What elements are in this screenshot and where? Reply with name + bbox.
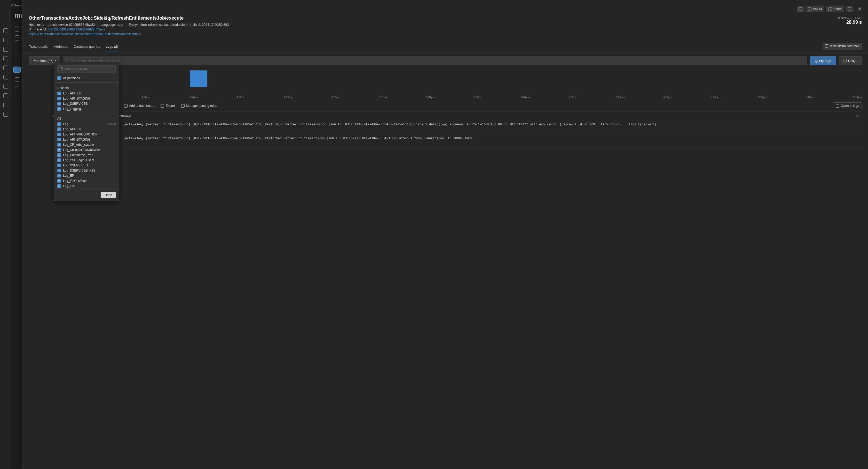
- partition-item[interactable]: Log_CollectorTestOddWire: [57, 147, 116, 153]
- all-partitions-row[interactable]: All partitions: [57, 76, 116, 81]
- checkbox-icon[interactable]: [57, 148, 61, 152]
- log-row[interactable]: nat-paul[ActiveJob] [RefreshEntitlements…: [55, 120, 862, 134]
- chart-tick: 4:59pm: [284, 96, 292, 99]
- checkbox-icon[interactable]: [57, 122, 61, 126]
- manage-parsing-button[interactable]: Manage parsing rules: [181, 104, 217, 108]
- partition-item[interactable]: Log_AIR_EU: [57, 127, 116, 132]
- remove-column-icon[interactable]: ✕: [856, 113, 859, 118]
- partition-item[interactable]: Log_DSERVICES: [57, 101, 116, 106]
- dropdown-done-button[interactable]: Done: [101, 192, 116, 198]
- nav-icon[interactable]: [3, 103, 8, 107]
- log-query-input[interactable]: [71, 59, 804, 63]
- close-icon[interactable]: ✕: [857, 6, 862, 12]
- checkbox-icon[interactable]: [57, 164, 61, 167]
- nav-icon[interactable]: [3, 56, 8, 61]
- nav-icon[interactable]: [3, 112, 8, 116]
- nav-icon[interactable]: [3, 66, 8, 70]
- column-header-message[interactable]: message ✕: [115, 111, 862, 120]
- export-icon: [161, 104, 164, 108]
- subnav-icon-active[interactable]: [13, 67, 21, 73]
- nav-icon[interactable]: [3, 84, 8, 89]
- partition-item[interactable]: Log_AIR_EU: [57, 91, 116, 96]
- chart-tick: 5:01pm: [379, 96, 387, 99]
- chart-tick: 5:02pm: [426, 96, 435, 99]
- copy-link-icon[interactable]: [846, 6, 853, 12]
- checkbox-icon[interactable]: [57, 97, 61, 100]
- tab-database-queries[interactable]: Database queries: [73, 42, 101, 52]
- subnav-icon[interactable]: [15, 31, 19, 36]
- subnav-icon[interactable]: [15, 40, 19, 44]
- nav-icon[interactable]: [3, 93, 8, 98]
- checkbox-icon[interactable]: [57, 169, 61, 172]
- primary-nav-rail: [0, 0, 11, 469]
- dt-trace-link[interactable]: fde720d6431e60583fb6d396683f77ae: [48, 28, 105, 31]
- dt-trace-line: DT Trace ID: fde720d6431e60583fb6d396683…: [29, 28, 862, 31]
- partition-item[interactable]: Log_FinOpsTeam: [57, 178, 116, 183]
- checkbox-icon[interactable]: [57, 179, 61, 182]
- transaction-url-link[interactable]: https://OtherTransaction/ActiveJob::Side…: [29, 32, 141, 36]
- partition-item[interactable]: Log_DSERVICES: [57, 163, 116, 168]
- checkbox-icon[interactable]: [57, 153, 61, 157]
- log-table-toolbar: d column Add to dashboard Export Manage …: [23, 100, 868, 111]
- export-button[interactable]: Export: [161, 104, 175, 108]
- panel-top-actions: Ask AI Share ✕: [797, 6, 862, 12]
- chart-tick: 5:08pm: [711, 96, 719, 99]
- partition-item[interactable]: Log_DSERVICES_K8S: [57, 168, 116, 173]
- nav-icon[interactable]: [3, 28, 8, 33]
- partition-item[interactable]: Log_AIR_STAGING: [57, 96, 116, 101]
- subnav-icon[interactable]: [15, 49, 19, 53]
- subnav-icon[interactable]: [15, 23, 19, 27]
- sparkle-icon: [808, 7, 811, 11]
- nrql-button[interactable]: NRQL: [839, 56, 862, 65]
- ask-ai-button[interactable]: Ask AI: [806, 6, 824, 12]
- partition-item[interactable]: Log_CF_kube_system: [57, 142, 116, 147]
- tab-trace-details[interactable]: Trace details: [29, 42, 49, 52]
- tab-attributes[interactable]: Attributes: [54, 42, 69, 52]
- nav-icon[interactable]: [3, 75, 8, 79]
- transaction-title: OtherTransaction/ActiveJob::Sidekiq/Refr…: [29, 15, 862, 21]
- log-row[interactable]: nat-paul[ActiveJob] [RefreshEntitlements…: [55, 134, 862, 148]
- partition-item[interactable]: Log_Commerce_Prod: [57, 153, 116, 158]
- partition-item[interactable]: Log_Logging: [57, 106, 116, 111]
- subnav-icon[interactable]: [15, 95, 19, 99]
- subnav-icon[interactable]: [15, 86, 19, 90]
- checkbox-icon[interactable]: [57, 174, 61, 177]
- checkbox-icon[interactable]: [57, 128, 61, 131]
- subnav-icon[interactable]: [15, 77, 19, 81]
- checkbox-icon[interactable]: [57, 138, 61, 141]
- subnav-icon[interactable]: [15, 58, 19, 62]
- partition-item[interactable]: Log_EP: [57, 173, 116, 178]
- checkbox-icon[interactable]: [57, 158, 61, 162]
- checkbox-icon[interactable]: [57, 92, 61, 95]
- partition-item[interactable]: Log_AIR_STAGING: [57, 137, 116, 142]
- chart-tick: 4:57pm: [189, 96, 197, 99]
- response-time: RESPONSE TIME 28.99 s: [837, 16, 862, 25]
- secondary-nav-rail: [11, 21, 23, 469]
- partition-item[interactable]: Log_CSI_Login_Users: [57, 158, 116, 163]
- nav-icon[interactable]: [3, 47, 8, 52]
- checkbox-icon[interactable]: [57, 133, 61, 136]
- chart-menu-icon[interactable]: ⋯: [857, 68, 861, 73]
- metadata-line-1: Host: mirror-refresh-service-87d9f9556-9…: [29, 23, 862, 27]
- tab-logs-2-[interactable]: Logs (2): [105, 42, 119, 52]
- checkbox-icon[interactable]: [57, 143, 61, 146]
- view-distributed-trace-button[interactable]: View distributed trace: [823, 43, 862, 49]
- copy-query-icon[interactable]: [797, 6, 804, 12]
- external-link-icon: [836, 104, 839, 108]
- partition-item[interactable]: LogDefault: [57, 122, 116, 127]
- chart-tick: 5:10pm: [806, 96, 814, 99]
- partition-item[interactable]: Log_FSI: [57, 183, 116, 189]
- nav-icon[interactable]: [3, 38, 8, 42]
- query-logs-button[interactable]: Query logs: [810, 56, 836, 65]
- checkbox-icon[interactable]: [57, 76, 61, 80]
- add-to-dashboard-button[interactable]: Add to dashboard: [124, 104, 155, 108]
- checkbox-icon[interactable]: [57, 107, 61, 111]
- tabs: Trace detailsAttributesDatabase queriesL…: [29, 42, 119, 52]
- checkbox-icon[interactable]: [57, 102, 61, 105]
- checkbox-icon[interactable]: [57, 184, 61, 188]
- share-button[interactable]: Share: [826, 6, 844, 12]
- trace-icon: [825, 44, 828, 48]
- partition-search-input[interactable]: [64, 67, 113, 71]
- partition-item[interactable]: Log_AIR_PRODUCTION: [57, 132, 116, 137]
- open-in-logs-button[interactable]: Open in logs: [833, 102, 862, 109]
